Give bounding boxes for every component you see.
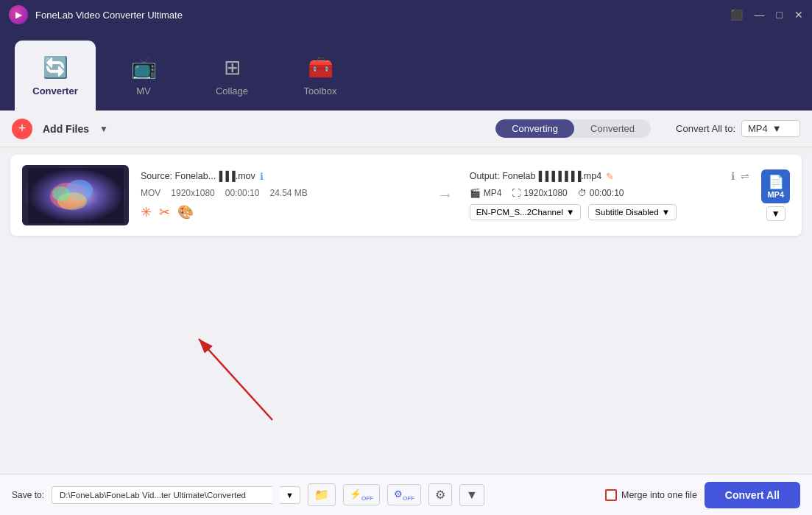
- add-files-plus-button[interactable]: +: [12, 119, 32, 139]
- convert-all-button[interactable]: Convert All: [705, 482, 800, 508]
- settings-button[interactable]: ⚙: [428, 483, 452, 506]
- format-badge-label: MP4: [767, 190, 784, 199]
- tab-converting[interactable]: Converting: [495, 119, 574, 138]
- app-title: FoneLab Video Converter Ultimate: [35, 10, 730, 21]
- convert-all-to-label: Convert All to:: [676, 123, 735, 134]
- bottom-bar: Save to: ▼ 📁 ⚡OFF ⚙OFF ⚙ ▼ Merge into on…: [0, 474, 812, 515]
- nav-tab-collage-label: Collage: [216, 85, 248, 97]
- content-area: Source: Fonelab...▐▐▐.mov ℹ MOV 1920x108…: [0, 155, 812, 515]
- subtitle-dropdown[interactable]: Subtitle Disabled ▼: [588, 204, 677, 220]
- format-badge-dropdown[interactable]: ▼: [766, 206, 785, 221]
- file-size: 24.54 MB: [269, 188, 307, 198]
- output-resolution-icon: ⛶: [512, 188, 520, 198]
- file-thumbnail: [22, 165, 129, 225]
- nav-tab-toolbox[interactable]: 🧰 Toolbox: [280, 41, 361, 111]
- output-icons: ℹ ⇌: [731, 170, 749, 182]
- converter-icon: 🔄: [43, 55, 68, 80]
- svg-line-6: [199, 339, 272, 420]
- toolbox-icon: 🧰: [308, 55, 333, 80]
- audio-dropdown[interactable]: EN-PCM_S...2Channel ▼: [470, 204, 582, 220]
- save-path-input[interactable]: [52, 486, 272, 504]
- output-specs: 🎬 MP4 ⛶ 1920x1080 ⏱ 00:00:10: [470, 188, 750, 198]
- output-settings-button[interactable]: ⇌: [741, 170, 749, 182]
- thumbnail-image: [22, 165, 129, 225]
- open-folder-button[interactable]: 📁: [308, 483, 336, 506]
- collage-icon: ⊞: [224, 55, 241, 80]
- merge-checkbox[interactable]: [605, 489, 617, 501]
- mv-icon: 📺: [131, 55, 157, 80]
- captions-button[interactable]: ⬛: [730, 9, 743, 21]
- file-duration: 00:00:10: [225, 188, 260, 198]
- output-format-label: MP4: [484, 188, 502, 198]
- nav-tab-mv-label: MV: [136, 85, 151, 97]
- output-format-spec: 🎬 MP4: [470, 188, 502, 198]
- color-button[interactable]: 🎨: [177, 204, 194, 220]
- merge-label: Merge into one file: [621, 490, 697, 500]
- format-badge-icon: 📄: [768, 174, 784, 190]
- save-to-label: Save to:: [12, 490, 44, 500]
- annotation-arrow-svg: [162, 317, 324, 435]
- effects-button[interactable]: ✳: [141, 204, 152, 220]
- status-tabs: Converting Converted: [495, 119, 651, 138]
- format-select-dropdown[interactable]: MP4 ▼: [741, 120, 800, 137]
- action-icons: ✳ ✂ 🎨: [141, 204, 421, 220]
- flash-off-button[interactable]: ⚡OFF: [343, 484, 380, 506]
- output-info-button[interactable]: ℹ: [731, 170, 735, 182]
- conversion-arrow: →: [437, 186, 453, 205]
- cut-button[interactable]: ✂: [159, 204, 170, 220]
- output-clock-icon: ⏱: [578, 188, 587, 198]
- file-specs: MOV 1920x1080 00:00:10 24.54 MB: [141, 188, 421, 198]
- source-label: Source: Fonelab...▐▐▐.mov: [141, 171, 255, 181]
- minimize-button[interactable]: —: [755, 9, 765, 21]
- file-item: Source: Fonelab...▐▐▐.mov ℹ MOV 1920x108…: [10, 155, 802, 236]
- output-resolution-spec: ⛶ 1920x1080: [512, 188, 567, 198]
- subtitle-dropdown-value: Subtitle Disabled: [595, 208, 658, 217]
- nav-tab-converter[interactable]: 🔄 Converter: [15, 41, 96, 111]
- audio-dropdown-value: EN-PCM_S...2Channel: [476, 208, 563, 217]
- output-dropdowns: EN-PCM_S...2Channel ▼ Subtitle Disabled …: [470, 204, 750, 220]
- merge-checkbox-area: Merge into one file: [605, 489, 697, 501]
- nav-bar: 🔄 Converter 📺 MV ⊞ Collage 🧰 Toolbox: [0, 29, 812, 111]
- add-files-dropdown-arrow[interactable]: ▼: [99, 124, 108, 134]
- title-bar: ▶ FoneLab Video Converter Ultimate ⬛ — □…: [0, 0, 812, 29]
- settings-dropdown-button[interactable]: ▼: [459, 484, 484, 506]
- app-logo: ▶: [9, 5, 28, 24]
- output-label: Output: Fonelab▐▐▐▐▐▐▐.mp4: [470, 171, 601, 181]
- output-format-icon: 🎬: [470, 188, 481, 198]
- source-info: Source: Fonelab...▐▐▐.mov ℹ: [141, 171, 421, 182]
- output-info: Output: Fonelab▐▐▐▐▐▐▐.mp4 ✎: [470, 171, 614, 182]
- convert-all-to-area: Convert All to: MP4 ▼: [676, 120, 800, 137]
- audio-dropdown-arrow: ▼: [566, 208, 574, 217]
- close-button[interactable]: ✕: [794, 9, 803, 21]
- edit-icon[interactable]: ✎: [606, 171, 614, 182]
- output-duration-spec: ⏱ 00:00:10: [578, 188, 624, 198]
- output-duration-label: 00:00:10: [590, 188, 624, 198]
- maximize-button[interactable]: □: [777, 9, 783, 21]
- format-select-value: MP4: [748, 123, 768, 134]
- window-controls: ⬛ — □ ✕: [730, 9, 803, 21]
- file-resolution: 1920x1080: [171, 188, 214, 198]
- output-resolution-label: 1920x1080: [523, 188, 567, 198]
- save-path-dropdown-button[interactable]: ▼: [280, 486, 300, 504]
- nav-tab-collage[interactable]: ⊞ Collage: [191, 41, 272, 111]
- nav-tab-converter-label: Converter: [32, 85, 77, 97]
- nav-tab-toolbox-label: Toolbox: [304, 85, 337, 97]
- file-meta-left: Source: Fonelab...▐▐▐.mov ℹ MOV 1920x108…: [141, 171, 421, 220]
- file-format: MOV: [141, 188, 160, 198]
- subtitle-dropdown-arrow: ▼: [662, 208, 670, 217]
- add-files-label: Add Files: [43, 123, 89, 135]
- svg-point-4: [52, 186, 70, 201]
- tab-converted[interactable]: Converted: [574, 119, 651, 138]
- file-meta-right: Output: Fonelab▐▐▐▐▐▐▐.mp4 ✎ ℹ ⇌ 🎬 MP4 ⛶: [470, 170, 750, 220]
- nav-tab-mv[interactable]: 📺 MV: [103, 41, 184, 111]
- format-select-chevron: ▼: [772, 123, 782, 134]
- main-toolbar: + Add Files ▼ Converting Converted Conve…: [0, 111, 812, 147]
- hardware-accel-button[interactable]: ⚙OFF: [387, 484, 421, 506]
- info-icon[interactable]: ℹ: [260, 171, 264, 182]
- format-badge[interactable]: 📄 MP4: [761, 169, 790, 203]
